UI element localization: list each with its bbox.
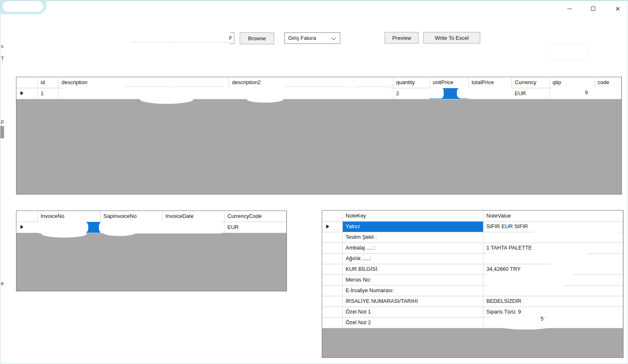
col-header-invoicedate[interactable]: InvoiceDate — [163, 211, 225, 222]
cell-quantity[interactable]: 2 — [393, 88, 430, 99]
note-key-cell[interactable]: İRSALİYE NUMARASI/TARIHI — [343, 296, 484, 307]
redacted-text-fragment: F — [229, 35, 232, 41]
note-key-cell[interactable]: Teslim Şekli : — [343, 232, 484, 243]
row-selector[interactable] — [16, 222, 38, 233]
row-selector[interactable] — [16, 88, 38, 99]
notes-grid-header: NoteKey NoteValue — [322, 211, 623, 222]
minimize-button[interactable] — [562, 3, 577, 14]
preview-button[interactable]: Preview — [385, 32, 419, 43]
edge-text-fragment: s — [1, 43, 4, 49]
note-row: E-İrsaliye Numarası: — [322, 286, 623, 296]
row-header-stub — [322, 211, 343, 221]
redaction-blob — [546, 314, 623, 325]
col-header-id[interactable]: id — [38, 77, 59, 88]
cell-id[interactable]: 1 — [38, 88, 59, 99]
note-key-cell[interactable]: Ambalaj .....: — [343, 243, 484, 253]
redaction-blob — [41, 230, 87, 238]
redaction-blob — [428, 87, 444, 98]
edge-text-fragment: p — [1, 118, 4, 124]
dropdown-chevron-icon — [331, 35, 336, 40]
row-header-stub — [16, 77, 38, 88]
note-row-selector[interactable] — [322, 243, 343, 253]
note-row-selector[interactable] — [322, 307, 343, 317]
write-to-excel-button[interactable]: Write To Excel — [423, 32, 480, 43]
note-row: İRSALİYE NUMARASI/TARIHI BEDELSİZDİR — [322, 296, 623, 307]
note-row-selector[interactable] — [322, 264, 343, 275]
redaction-blob — [486, 283, 564, 293]
redaction-blob — [59, 88, 394, 98]
col-header-notekey[interactable]: NoteKey — [343, 211, 484, 221]
edge-text-fragment: e — [1, 280, 4, 286]
close-button[interactable]: ✕ — [610, 3, 625, 14]
note-key-cell[interactable]: Özel Not 1 — [343, 307, 484, 317]
redaction-blob — [21, 29, 232, 46]
redaction-line — [171, 87, 224, 87]
redaction-line — [284, 87, 349, 87]
note-key-cell[interactable]: Yalnız — [343, 222, 484, 232]
col-header-invoiceno[interactable]: InvoiceNo — [38, 211, 101, 222]
app-window: s T p e ✕ Browse Giriş Fatura Preview Wr… — [0, 0, 628, 364]
edge-window-fragment — [0, 126, 4, 138]
cell-currency[interactable]: EUR — [512, 88, 550, 99]
redacted-text-fragment: 9 — [585, 89, 588, 96]
redaction-blob — [457, 87, 513, 98]
redaction-line — [354, 87, 392, 87]
redaction-blob — [495, 321, 557, 330]
col-header-currency[interactable]: Currency — [512, 77, 550, 88]
note-key-cell[interactable]: E-İrsaliye Numarası: — [343, 286, 484, 296]
redacted-text-fragment: 5 — [541, 316, 543, 322]
maximize-icon — [591, 7, 595, 11]
row-header-stub — [16, 211, 38, 222]
minimize-icon — [567, 9, 572, 9]
window-top-accent — [0, 0, 628, 1]
redaction-blob — [103, 229, 136, 236]
row-selector-arrow-icon — [21, 91, 23, 95]
maximize-button[interactable] — [586, 3, 600, 14]
redaction-blob — [3, 1, 43, 12]
redaction-blob — [486, 252, 589, 262]
col-header-totalprice[interactable]: totalPrice — [469, 77, 512, 88]
redaction-blob — [546, 44, 587, 60]
note-row-selector[interactable] — [322, 254, 343, 264]
note-row-selector[interactable] — [322, 275, 343, 285]
redaction-blob — [140, 95, 193, 104]
doc-type-select[interactable]: Giriş Fatura — [284, 32, 340, 44]
note-value-cell[interactable]: 1 TAHTA PALETTE — [484, 243, 623, 253]
note-row-selector[interactable] — [322, 222, 343, 232]
redaction-blob — [549, 263, 623, 272]
titlebar: ✕ — [0, 0, 628, 17]
col-header-unitprice[interactable]: unitPrice — [430, 77, 469, 88]
note-key-cell[interactable]: KUR BİLGİSİ: — [343, 264, 484, 275]
col-header-currencycode[interactable]: CurrencyCode — [225, 211, 286, 222]
row-selector-arrow-icon — [21, 225, 23, 229]
row-selector-arrow-icon — [326, 224, 329, 229]
col-header-sapinvoiceno[interactable]: SapInvoiceNo — [101, 211, 163, 222]
edge-text-fragment: T — [1, 55, 4, 62]
note-key-cell[interactable]: Özel Not 2 — [343, 318, 484, 328]
col-header-notevalue[interactable]: NoteValue — [484, 211, 623, 221]
note-row: Mersis No: — [322, 275, 623, 286]
col-header-quantity[interactable]: quantity — [393, 77, 430, 88]
browse-button[interactable]: Browse — [240, 32, 274, 44]
note-row-selector[interactable] — [322, 232, 343, 243]
redaction-blob — [530, 232, 623, 242]
note-key-cell[interactable]: Ağırlık .....: — [343, 254, 484, 264]
redaction-line — [125, 87, 170, 87]
note-row-selector[interactable] — [322, 286, 343, 296]
col-header-qtip[interactable]: qtip — [550, 77, 595, 88]
invoice-grid-header: InvoiceNo SapInvoiceNo InvoiceDate Curre… — [16, 211, 286, 222]
note-key-cell[interactable]: Mersis No: — [343, 275, 484, 285]
redaction-blob — [486, 273, 574, 283]
col-header-code[interactable]: code — [595, 77, 621, 88]
note-value-cell[interactable]: SIFIR EUR SIFIR — [484, 222, 623, 232]
redaction-line — [131, 42, 170, 42]
redaction-blob — [247, 96, 284, 103]
cell-currencycode[interactable]: EUR — [225, 222, 286, 233]
note-row-selector[interactable] — [322, 296, 343, 307]
note-value-cell[interactable]: BEDELSİZDİR — [484, 296, 623, 307]
doc-type-value: Giriş Fatura — [288, 35, 316, 41]
redaction-line — [171, 42, 232, 42]
close-icon: ✕ — [615, 6, 621, 12]
note-row: Yalnız SIFIR EUR SIFIR — [322, 222, 623, 232]
note-row-selector[interactable] — [322, 318, 343, 328]
